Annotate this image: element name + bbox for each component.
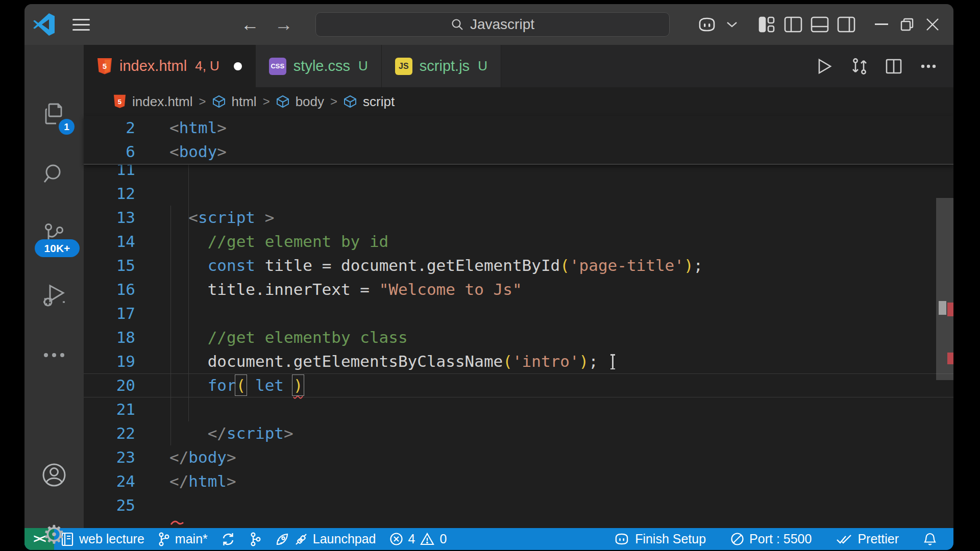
breadcrumb-segment-body[interactable]: body: [296, 94, 324, 110]
search-icon: [451, 18, 464, 31]
line-number[interactable]: 21: [84, 397, 135, 421]
line-number[interactable]: 23: [84, 445, 135, 469]
code-line-16[interactable]: 16 title.innerText = "Welcome to Js": [84, 278, 953, 302]
minimize-icon[interactable]: [869, 11, 894, 38]
tab-script-js[interactable]: JS script.js U: [382, 45, 501, 87]
source-control-graph-button[interactable]: [242, 528, 268, 550]
code-line-22[interactable]: 22 </script>: [84, 421, 953, 445]
sidebar-item-explorer[interactable]: 1: [24, 90, 84, 139]
code-line-6[interactable]: 6<body>: [84, 140, 953, 164]
more-actions-icon[interactable]: [919, 57, 938, 76]
code-text: </script>: [135, 421, 293, 445]
branch-name: main*: [175, 532, 208, 546]
overview-error-marker: [947, 303, 953, 316]
modified-dot-icon[interactable]: [234, 62, 242, 70]
indent-guide: [188, 165, 189, 421]
line-number[interactable]: 16: [84, 278, 135, 302]
code-line-25[interactable]: 25: [84, 493, 953, 517]
sidebar-item-source-control[interactable]: 10K+: [24, 209, 84, 258]
menu-icon[interactable]: [72, 4, 90, 45]
code-line-18[interactable]: 18 //get elementby class: [84, 325, 953, 349]
line-number[interactable]: 2: [84, 116, 135, 140]
back-arrow-icon[interactable]: ←: [239, 4, 261, 45]
code-text: //get element by id: [135, 230, 388, 254]
tab-label: style.css: [293, 58, 350, 74]
sidebar-item-more-views[interactable]: [24, 331, 84, 380]
code-editor[interactable]: 111213 <script >14 //get element by id15…: [84, 165, 953, 528]
code-text: for( let ): [135, 374, 303, 397]
tab-decoration: 4, U: [195, 58, 219, 74]
compare-changes-icon[interactable]: [849, 57, 869, 76]
sync-button[interactable]: [214, 528, 242, 550]
code-line-21[interactable]: 21: [84, 397, 953, 421]
copilot-icon[interactable]: [692, 11, 722, 38]
line-number[interactable]: 13: [84, 206, 135, 230]
line-number[interactable]: 20: [84, 374, 135, 397]
git-branch-indicator[interactable]: main*: [151, 528, 214, 550]
code-line-20[interactable]: 20 for( let ): [84, 373, 953, 397]
line-number[interactable]: 14: [84, 230, 135, 254]
line-number[interactable]: 11: [84, 165, 135, 182]
prettier-indicator[interactable]: Prettier: [829, 532, 905, 546]
sidebar-item-run-debug[interactable]: [24, 270, 84, 319]
breadcrumb-file[interactable]: index.html: [132, 94, 193, 110]
command-center-search[interactable]: Javascript: [315, 12, 670, 37]
code-line-12[interactable]: 12: [84, 182, 953, 206]
code-line-24[interactable]: 24</html>: [84, 469, 953, 493]
customize-layout-icon[interactable]: [753, 11, 780, 38]
toggle-panel-icon[interactable]: [806, 11, 833, 38]
code-line-19[interactable]: 19 document.getElementsByClassName('intr…: [84, 349, 953, 373]
restore-icon[interactable]: [894, 11, 920, 38]
accounts-button[interactable]: [24, 450, 84, 499]
line-number[interactable]: 17: [84, 302, 135, 325]
toggle-secondary-sidebar-icon[interactable]: [833, 11, 860, 38]
double-check-icon: [836, 533, 852, 545]
line-number[interactable]: 15: [84, 254, 135, 278]
notifications-bell[interactable]: [917, 532, 943, 546]
breadcrumb-segment-script[interactable]: script: [363, 94, 395, 110]
port-label: Port : 5500: [749, 532, 812, 546]
line-number[interactable]: 24: [84, 469, 135, 493]
line-number[interactable]: 19: [84, 349, 135, 373]
forward-arrow-icon[interactable]: →: [273, 4, 295, 45]
tab-index-html[interactable]: 5 index.html 4, U: [84, 45, 256, 87]
code-text: [135, 302, 169, 325]
line-number[interactable]: 25: [84, 493, 135, 517]
toggle-primary-sidebar-icon[interactable]: [780, 11, 806, 38]
warning-icon: [420, 532, 434, 546]
line-number[interactable]: 6: [84, 140, 135, 164]
vscode-logo-icon: [33, 4, 55, 45]
js-icon: JS: [395, 58, 412, 75]
code-text: //get elementby class: [135, 325, 408, 349]
split-editor-icon[interactable]: [884, 57, 903, 76]
gear-icon: ⚙: [43, 522, 66, 547]
copilot-finish-setup[interactable]: Finish Setup: [607, 532, 713, 546]
svg-text:5: 5: [118, 98, 121, 106]
launchpad-button[interactable]: Launchpad: [268, 528, 383, 550]
breadcrumb-segment-html[interactable]: html: [232, 94, 257, 110]
code-line-23[interactable]: 23</body>: [84, 445, 953, 469]
code-line-13[interactable]: 13 <script >: [84, 206, 953, 230]
sync-icon: [221, 532, 235, 546]
activity-bar: 1 10K+: [24, 45, 84, 528]
close-icon[interactable]: [920, 11, 945, 38]
account-icon: [41, 462, 67, 488]
chevron-down-icon[interactable]: [722, 11, 742, 38]
line-number[interactable]: 22: [84, 421, 135, 445]
settings-button[interactable]: ⚙: [24, 510, 84, 550]
problems-indicator[interactable]: 4 0: [383, 528, 454, 550]
code-line-11[interactable]: 11: [84, 165, 953, 182]
code-line-17[interactable]: 17: [84, 302, 953, 325]
code-text: [135, 493, 169, 517]
line-number[interactable]: 12: [84, 182, 135, 206]
css3-icon: CSS: [269, 58, 286, 75]
live-server-port[interactable]: Port : 5500: [724, 532, 818, 546]
tab-style-css[interactable]: CSS style.css U: [256, 45, 382, 87]
html5-icon: 5: [113, 94, 126, 109]
line-number[interactable]: 18: [84, 325, 135, 349]
run-button[interactable]: [815, 57, 834, 76]
sidebar-item-search[interactable]: [24, 149, 84, 198]
code-line-2[interactable]: 2<html>: [84, 116, 953, 140]
code-line-15[interactable]: 15 const title = document.getElementById…: [84, 254, 953, 278]
code-line-14[interactable]: 14 //get element by id: [84, 230, 953, 254]
